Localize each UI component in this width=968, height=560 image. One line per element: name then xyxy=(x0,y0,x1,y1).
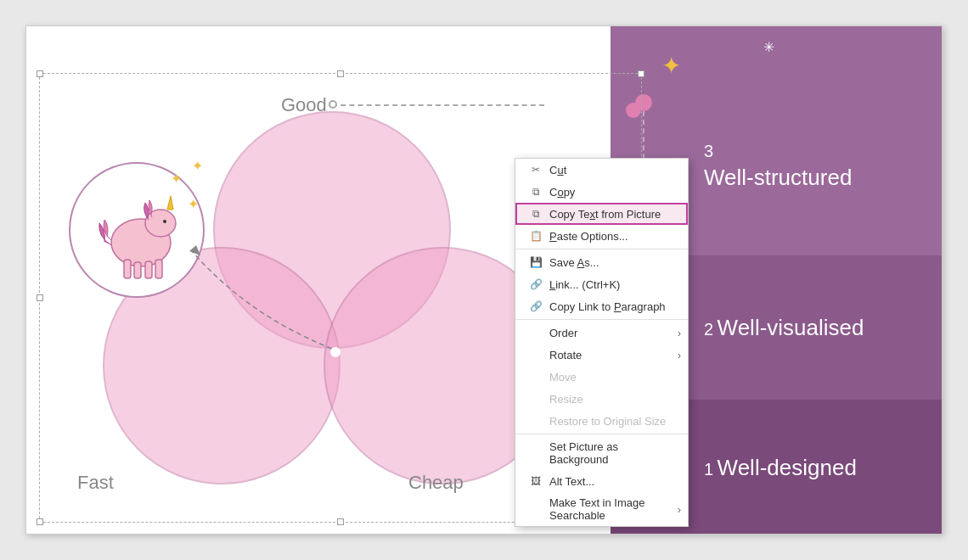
menu-save-as[interactable]: 💾 Save As... xyxy=(515,251,688,273)
svg-marker-2 xyxy=(167,196,173,210)
section-2-title: Well-visualised xyxy=(718,315,864,340)
section-1-title: Well-designed xyxy=(718,455,857,480)
link-label: Link... (Ctrl+K) xyxy=(549,278,620,291)
menu-link[interactable]: 🔗 Link... (Ctrl+K) xyxy=(515,273,688,295)
paste-icon: 📋 xyxy=(529,229,543,243)
star-3: ✦ xyxy=(192,158,203,174)
menu-move: Move xyxy=(515,366,688,388)
move-label: Move xyxy=(549,371,577,384)
restore-icon xyxy=(529,414,543,428)
save-as-label: Save As... xyxy=(549,256,599,269)
make-searchable-label: Make Text in Image Searchable xyxy=(549,496,674,522)
divider-1 xyxy=(515,249,688,249)
svg-rect-6 xyxy=(145,261,152,278)
rotate-icon xyxy=(529,348,543,361)
rotate-label: Rotate xyxy=(549,349,582,361)
context-menu: ✂ Cut ⧉ Copy ⧉ Copy Text from Picture 📋 … xyxy=(515,158,689,527)
section-3-title: Well-structured xyxy=(704,165,916,191)
menu-rotate[interactable]: Rotate › xyxy=(515,344,688,366)
menu-order[interactable]: Order › xyxy=(515,322,688,344)
unicorn-image xyxy=(86,179,188,281)
copy-link-icon: 🔗 xyxy=(529,300,543,313)
divider-2 xyxy=(515,319,688,320)
star-icon: ✳ xyxy=(763,39,774,55)
cut-label: Cut xyxy=(549,164,566,176)
searchable-icon xyxy=(529,502,543,516)
section-1-number: 1 xyxy=(704,460,713,479)
alt-text-icon: 🖼 xyxy=(529,474,543,488)
handle-bm[interactable] xyxy=(337,518,344,525)
menu-set-background[interactable]: Set Picture as Background xyxy=(515,436,688,470)
copy-label: Copy xyxy=(549,186,575,199)
move-icon xyxy=(529,370,543,384)
menu-restore: Restore to Original Size xyxy=(515,410,688,432)
svg-rect-7 xyxy=(155,260,162,278)
svg-rect-4 xyxy=(124,260,131,278)
menu-make-searchable[interactable]: Make Text in Image Searchable › xyxy=(515,492,688,526)
menu-copy[interactable]: ⧉ Copy xyxy=(515,181,688,203)
menu-copy-text[interactable]: ⧉ Copy Text from Picture xyxy=(515,203,688,225)
link-icon: 🔗 xyxy=(529,277,543,291)
menu-alt-text[interactable]: 🖼 Alt Text... xyxy=(515,470,688,492)
copy-icon: ⧉ xyxy=(529,185,543,199)
svg-point-3 xyxy=(163,220,166,223)
sparkle-icon: ✦ xyxy=(661,52,681,80)
save-icon: 💾 xyxy=(529,255,543,269)
searchable-arrow: › xyxy=(678,503,681,516)
section-3-number: 3 xyxy=(704,142,916,161)
order-label: Order xyxy=(549,327,577,339)
cheap-label: Cheap xyxy=(408,472,464,494)
handle-tm[interactable] xyxy=(337,70,344,77)
menu-paste[interactable]: 📋 Paste Options... xyxy=(515,225,688,247)
set-background-label: Set Picture as Background xyxy=(549,440,674,466)
fast-label: Fast xyxy=(77,472,114,494)
slide-container: ✦ ✳ 3 Well-structured ✦ 2 Well-visualise… xyxy=(25,25,943,535)
menu-resize: Resize xyxy=(515,388,688,410)
paste-label: Paste Options... xyxy=(549,230,628,243)
menu-copy-link[interactable]: 🔗 Copy Link to Paragraph xyxy=(515,295,688,317)
good-dashed-line xyxy=(332,104,544,106)
handle-tr[interactable] xyxy=(638,70,644,77)
copy-link-label: Copy Link to Paragraph xyxy=(549,300,666,313)
resize-icon xyxy=(529,392,543,406)
unicorn-circle xyxy=(69,162,205,298)
restore-label: Restore to Original Size xyxy=(549,415,666,428)
good-line-dot xyxy=(329,100,337,109)
venn-center-dot xyxy=(330,347,340,357)
menu-cut[interactable]: ✂ Cut xyxy=(515,159,688,181)
section-2-number: 2 xyxy=(704,320,713,339)
divider-3 xyxy=(515,434,688,434)
handle-ml[interactable] xyxy=(37,294,43,301)
order-arrow: › xyxy=(678,327,681,339)
alt-text-label: Alt Text... xyxy=(549,475,594,488)
star-2: ✦ xyxy=(188,196,199,212)
rotate-arrow: › xyxy=(678,349,681,361)
resize-label: Resize xyxy=(549,393,583,406)
copy-text-label: Copy Text from Picture xyxy=(549,208,661,221)
svg-rect-5 xyxy=(134,262,141,278)
order-icon xyxy=(529,326,543,339)
cut-icon: ✂ xyxy=(529,163,543,176)
star-1: ✦ xyxy=(171,171,182,187)
handle-bl[interactable] xyxy=(37,518,43,525)
handle-tl[interactable] xyxy=(37,70,43,77)
copy-text-icon: ⧉ xyxy=(529,207,543,221)
background-icon xyxy=(529,446,543,460)
